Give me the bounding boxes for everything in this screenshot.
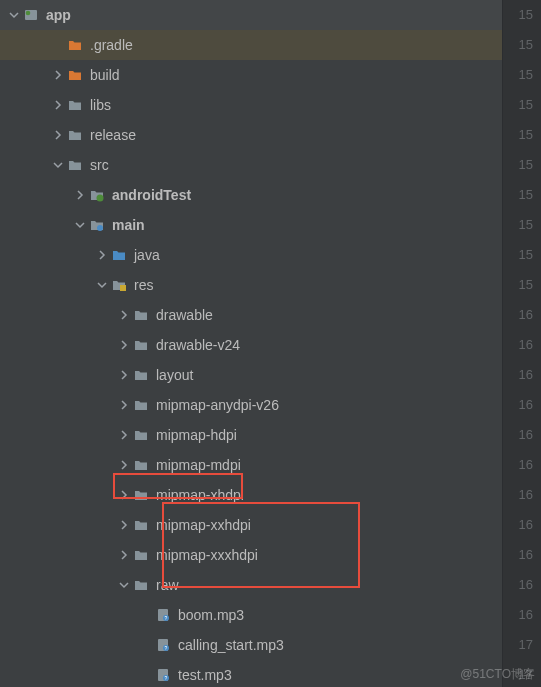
tree-row-mipmap-mdpi[interactable]: mipmap-mdpi	[0, 450, 502, 480]
project-tree[interactable]: app.gradlebuildlibsreleasesrcandroidTest…	[0, 0, 503, 687]
line-number: 15	[503, 60, 533, 90]
svg-point-3	[97, 225, 103, 231]
line-number: 16	[503, 390, 533, 420]
tree-row-release[interactable]: release	[0, 120, 502, 150]
tree-row-mipmap-xxhdpi[interactable]: mipmap-xxhdpi	[0, 510, 502, 540]
chevron-right-icon[interactable]	[116, 337, 132, 353]
line-number: 15	[503, 210, 533, 240]
chevron-right-icon[interactable]	[116, 487, 132, 503]
tree-row-androidtest[interactable]: androidTest	[0, 180, 502, 210]
tree-row-raw[interactable]: raw	[0, 570, 502, 600]
line-number: 16	[503, 300, 533, 330]
chevron-down-icon[interactable]	[94, 277, 110, 293]
line-number: 16	[503, 420, 533, 450]
line-number: 16	[503, 570, 533, 600]
chevron-right-icon[interactable]	[72, 187, 88, 203]
folder-icon	[132, 456, 150, 474]
tree-item-label: layout	[156, 367, 193, 383]
line-number: 15	[503, 240, 533, 270]
tree-item-label: mipmap-mdpi	[156, 457, 241, 473]
tree-row-test-mp3[interactable]: ?test.mp3	[0, 660, 502, 687]
line-number: 15	[503, 90, 533, 120]
line-number: 15	[503, 180, 533, 210]
line-number: 16	[503, 360, 533, 390]
svg-text:?: ?	[165, 615, 168, 621]
tree-row--gradle[interactable]: .gradle	[0, 30, 502, 60]
tree-item-label: .gradle	[90, 37, 133, 53]
file-audio-icon: ?	[154, 666, 172, 684]
file-audio-icon: ?	[154, 636, 172, 654]
tree-row-libs[interactable]: libs	[0, 90, 502, 120]
chevron-down-icon[interactable]	[6, 7, 22, 23]
folder-orange-icon	[66, 66, 84, 84]
tree-row-drawable[interactable]: drawable	[0, 300, 502, 330]
chevron-right-icon[interactable]	[50, 97, 66, 113]
folder-test-icon	[88, 186, 106, 204]
folder-icon	[132, 486, 150, 504]
tree-row-mipmap-anydpi-v26[interactable]: mipmap-anydpi-v26	[0, 390, 502, 420]
chevron-right-icon[interactable]	[50, 67, 66, 83]
tree-row-layout[interactable]: layout	[0, 360, 502, 390]
tree-item-label: build	[90, 67, 120, 83]
tree-item-label: app	[46, 7, 71, 23]
chevron-down-icon[interactable]	[72, 217, 88, 233]
line-number: 16	[503, 510, 533, 540]
module-icon	[22, 6, 40, 24]
tree-item-label: raw	[156, 577, 179, 593]
tree-item-label: calling_start.mp3	[178, 637, 284, 653]
chevron-right-icon[interactable]	[50, 127, 66, 143]
tree-item-label: res	[134, 277, 153, 293]
chevron-right-icon[interactable]	[116, 547, 132, 563]
tree-item-label: java	[134, 247, 160, 263]
line-number: 15	[503, 270, 533, 300]
folder-icon	[132, 426, 150, 444]
chevron-down-icon[interactable]	[116, 577, 132, 593]
chevron-right-icon[interactable]	[116, 427, 132, 443]
tree-item-label: drawable	[156, 307, 213, 323]
svg-rect-4	[120, 285, 126, 291]
folder-icon	[132, 546, 150, 564]
folder-icon	[132, 516, 150, 534]
tree-item-label: main	[112, 217, 145, 233]
tree-item-label: androidTest	[112, 187, 191, 203]
svg-text:?: ?	[165, 675, 168, 681]
chevron-down-icon[interactable]	[50, 157, 66, 173]
chevron-right-icon[interactable]	[94, 247, 110, 263]
tree-row-calling-start-mp3[interactable]: ?calling_start.mp3	[0, 630, 502, 660]
tree-item-label: mipmap-xhdpi	[156, 487, 244, 503]
tree-item-label: drawable-v24	[156, 337, 240, 353]
tree-row-mipmap-hdpi[interactable]: mipmap-hdpi	[0, 420, 502, 450]
tree-row-boom-mp3[interactable]: ?boom.mp3	[0, 600, 502, 630]
tree-row-main[interactable]: main	[0, 210, 502, 240]
tree-row-src[interactable]: src	[0, 150, 502, 180]
tree-item-label: boom.mp3	[178, 607, 244, 623]
chevron-right-icon[interactable]	[116, 367, 132, 383]
folder-icon	[132, 576, 150, 594]
line-number: 15	[503, 30, 533, 60]
chevron-right-icon[interactable]	[116, 517, 132, 533]
folder-icon	[66, 156, 84, 174]
tree-row-drawable-v24[interactable]: drawable-v24	[0, 330, 502, 360]
tree-row-mipmap-xxxhdpi[interactable]: mipmap-xxxhdpi	[0, 540, 502, 570]
tree-row-java[interactable]: java	[0, 240, 502, 270]
line-number: 16	[503, 480, 533, 510]
tree-item-label: test.mp3	[178, 667, 232, 683]
line-number: 16	[503, 600, 533, 630]
svg-point-1	[26, 11, 31, 16]
tree-item-label: libs	[90, 97, 111, 113]
chevron-right-icon[interactable]	[116, 457, 132, 473]
line-number: 15	[503, 0, 533, 30]
tree-row-build[interactable]: build	[0, 60, 502, 90]
tree-item-label: src	[90, 157, 109, 173]
line-number: 17	[503, 660, 533, 687]
chevron-right-icon[interactable]	[116, 307, 132, 323]
tree-item-label: mipmap-anydpi-v26	[156, 397, 279, 413]
tree-row-app[interactable]: app	[0, 0, 502, 30]
folder-res-icon	[110, 276, 128, 294]
chevron-right-icon[interactable]	[116, 397, 132, 413]
tree-row-res[interactable]: res	[0, 270, 502, 300]
svg-text:?: ?	[165, 645, 168, 651]
line-number: 16	[503, 450, 533, 480]
folder-source-icon	[88, 216, 106, 234]
tree-row-mipmap-xhdpi[interactable]: mipmap-xhdpi	[0, 480, 502, 510]
